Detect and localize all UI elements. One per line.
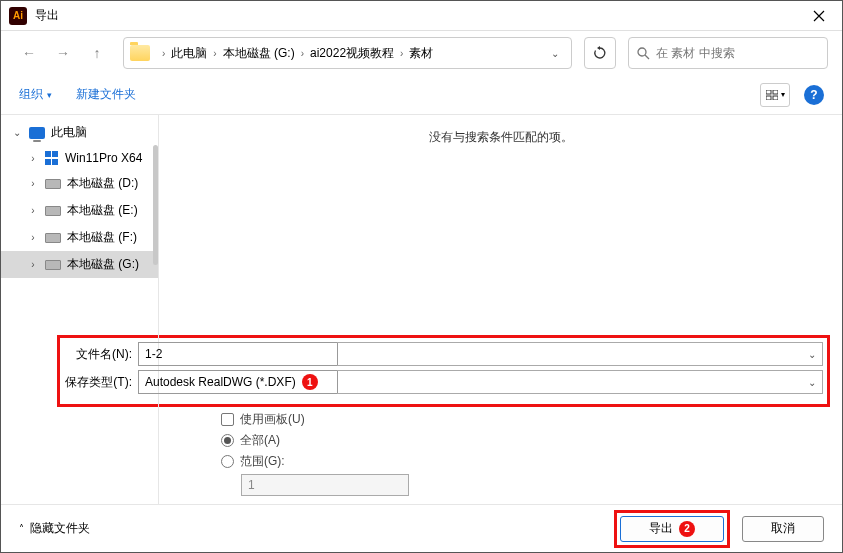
- opt-all-row[interactable]: 全部(A): [221, 432, 830, 449]
- toolbar: 组织 ▾ 新建文件夹 ▾ ?: [1, 75, 842, 115]
- filename-combo-ext[interactable]: ⌄: [337, 342, 823, 366]
- opt-range-radio[interactable]: [221, 455, 234, 468]
- opt-all-label: 全部(A): [240, 432, 280, 449]
- nav-bar: ← → ↑ › 此电脑 › 本地磁盘 (G:) › ai2022视频教程 › 素…: [1, 31, 842, 75]
- tree-item[interactable]: › 本地磁盘 (E:): [1, 197, 158, 224]
- file-list-pane: 没有与搜索条件匹配的项。 文件名(N): 1-2 ⌄ 保存类型: [159, 115, 842, 504]
- windows-icon: [45, 151, 59, 165]
- new-folder-button[interactable]: 新建文件夹: [76, 86, 136, 103]
- tree-item-this-pc[interactable]: ⌄ 此电脑: [1, 119, 158, 146]
- tree-label: 本地磁盘 (E:): [67, 202, 138, 219]
- use-artboard-label: 使用画板(U): [240, 411, 305, 428]
- chevron-up-icon: ˄: [19, 523, 24, 534]
- filetype-combo-ext[interactable]: ⌄: [337, 370, 823, 394]
- help-button[interactable]: ?: [804, 85, 824, 105]
- chevron-right-icon: ›: [301, 48, 304, 59]
- chevron-right-icon[interactable]: ›: [27, 259, 39, 270]
- pc-icon: [29, 127, 45, 139]
- titlebar: Ai 导出: [1, 1, 842, 31]
- svg-rect-2: [773, 90, 778, 94]
- chevron-down-icon: ▾: [781, 90, 785, 99]
- filetype-row: 保存类型(T): Autodesk RealDWG (*.DXF) 1 ⌄: [64, 370, 823, 394]
- window-title: 导出: [35, 7, 59, 24]
- empty-message: 没有与搜索条件匹配的项。: [159, 115, 842, 160]
- opt-range-row[interactable]: 范围(G):: [221, 453, 830, 470]
- breadcrumb-item[interactable]: 此电脑: [171, 45, 207, 62]
- search-input[interactable]: 在 素材 中搜索: [628, 37, 828, 69]
- breadcrumb[interactable]: › 此电脑 › 本地磁盘 (G:) › ai2022视频教程 › 素材 ⌄: [123, 37, 572, 69]
- tree-item[interactable]: › 本地磁盘 (F:): [1, 224, 158, 251]
- breadcrumb-item[interactable]: 素材: [409, 45, 433, 62]
- dialog-footer: ˄ 隐藏文件夹 导出 2 取消: [1, 504, 842, 552]
- disk-icon: [45, 260, 61, 270]
- close-icon: [813, 10, 825, 22]
- nav-forward-button[interactable]: →: [49, 39, 77, 67]
- use-artboard-row[interactable]: 使用画板(U): [221, 411, 830, 428]
- search-placeholder: 在 素材 中搜索: [656, 45, 735, 62]
- refresh-icon: [593, 46, 607, 60]
- scrollbar[interactable]: [153, 145, 158, 265]
- chevron-right-icon[interactable]: ›: [27, 178, 39, 189]
- artboard-options: 使用画板(U) 全部(A) 范围(G): 1: [57, 411, 830, 496]
- hide-folders-label: 隐藏文件夹: [30, 520, 90, 537]
- chevron-right-icon[interactable]: ›: [27, 205, 39, 216]
- nav-back-button[interactable]: ←: [15, 39, 43, 67]
- disk-icon: [45, 206, 61, 216]
- filename-input[interactable]: 1-2: [138, 342, 338, 366]
- close-button[interactable]: [796, 1, 842, 31]
- annotation-badge-2: 2: [679, 521, 695, 537]
- chevron-down-icon: ⌄: [808, 349, 816, 360]
- chevron-down-icon[interactable]: ⌄: [545, 48, 565, 59]
- breadcrumb-item[interactable]: 本地磁盘 (G:): [223, 45, 295, 62]
- breadcrumb-item[interactable]: ai2022视频教程: [310, 45, 394, 62]
- ai-app-icon: Ai: [9, 7, 27, 25]
- svg-rect-4: [773, 96, 778, 100]
- nav-up-button[interactable]: ↑: [83, 39, 111, 67]
- refresh-button[interactable]: [584, 37, 616, 69]
- svg-point-0: [638, 48, 646, 56]
- export-button[interactable]: 导出 2: [620, 516, 724, 542]
- chevron-right-icon: ›: [400, 48, 403, 59]
- export-dialog: Ai 导出 ← → ↑ › 此电脑 › 本地磁盘 (G:) › ai2022视频…: [0, 0, 843, 553]
- disk-icon: [45, 179, 61, 189]
- chevron-right-icon: ›: [213, 48, 216, 59]
- tree-item[interactable]: › 本地磁盘 (D:): [1, 170, 158, 197]
- use-artboard-checkbox[interactable]: [221, 413, 234, 426]
- cancel-button[interactable]: 取消: [742, 516, 824, 542]
- tree-label: 本地磁盘 (D:): [67, 175, 138, 192]
- chevron-right-icon[interactable]: ›: [27, 153, 39, 164]
- dialog-body: ⌄ 此电脑 › Win11Pro X64 › 本地磁盘 (D:) › 本地磁盘 …: [1, 115, 842, 504]
- hide-folders-toggle[interactable]: ˄ 隐藏文件夹: [19, 520, 90, 537]
- filename-row: 文件名(N): 1-2 ⌄: [64, 342, 823, 366]
- chevron-down-icon: ⌄: [808, 377, 816, 388]
- filetype-select[interactable]: Autodesk RealDWG (*.DXF) 1: [138, 370, 338, 394]
- chevron-down-icon: ▾: [47, 90, 52, 100]
- folder-icon: [130, 45, 150, 61]
- chevron-down-icon[interactable]: ⌄: [11, 127, 23, 138]
- highlight-box-1: 文件名(N): 1-2 ⌄ 保存类型(T): Autodesk RealDWG …: [57, 335, 830, 407]
- annotation-badge-1: 1: [302, 374, 318, 390]
- opt-all-radio[interactable]: [221, 434, 234, 447]
- tree-label: 本地磁盘 (G:): [67, 256, 139, 273]
- highlight-box-2: 导出 2: [614, 510, 730, 548]
- svg-rect-1: [766, 90, 771, 94]
- tree-label: 此电脑: [51, 124, 87, 141]
- tree-label: 本地磁盘 (F:): [67, 229, 137, 246]
- chevron-right-icon[interactable]: ›: [27, 232, 39, 243]
- search-icon: [637, 47, 650, 60]
- disk-icon: [45, 233, 61, 243]
- tree-item[interactable]: › 本地磁盘 (G:): [1, 251, 158, 278]
- view-mode-button[interactable]: ▾: [760, 83, 790, 107]
- list-view-icon: [766, 90, 778, 100]
- tree-item[interactable]: › Win11Pro X64: [1, 146, 158, 170]
- folder-tree: ⌄ 此电脑 › Win11Pro X64 › 本地磁盘 (D:) › 本地磁盘 …: [1, 115, 159, 504]
- organize-menu[interactable]: 组织 ▾: [19, 86, 52, 103]
- tree-label: Win11Pro X64: [65, 151, 142, 165]
- opt-range-label: 范围(G):: [240, 453, 285, 470]
- chevron-right-icon: ›: [162, 48, 165, 59]
- range-input[interactable]: 1: [241, 474, 409, 496]
- svg-rect-3: [766, 96, 771, 100]
